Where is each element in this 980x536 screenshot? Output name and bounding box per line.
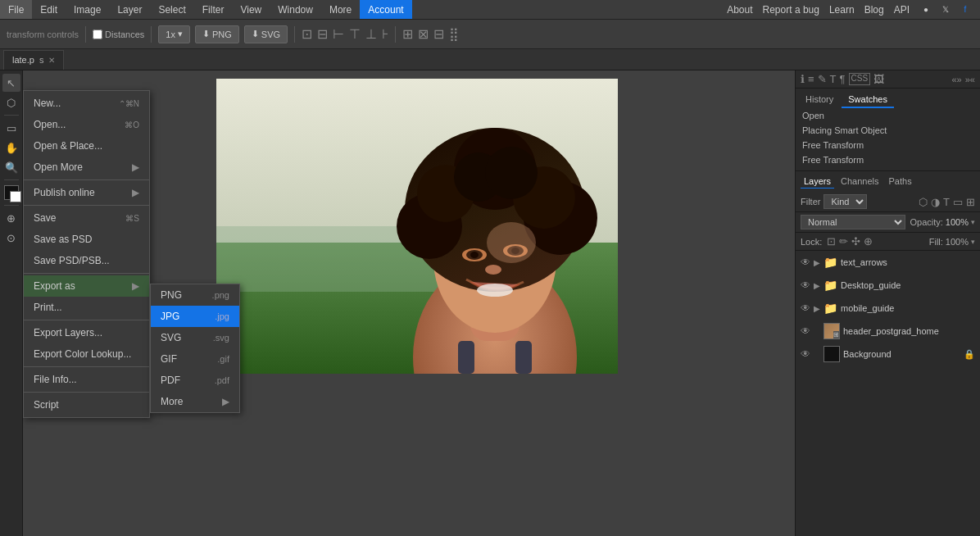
menu-open-more[interactable]: Open More ▶ xyxy=(24,157,149,178)
menu-edit[interactable]: Edit xyxy=(32,0,66,19)
layer-vis-desktop[interactable]: 👁 xyxy=(801,279,810,291)
menu-file[interactable]: File xyxy=(0,0,32,19)
layer-vis-mobile[interactable]: 👁 xyxy=(801,302,810,314)
twitter-icon[interactable]: 𝕏 xyxy=(939,3,952,16)
png-export-btn[interactable]: ⬇ PNG xyxy=(195,25,239,43)
menu-view[interactable]: View xyxy=(232,0,270,19)
lock-move-icon[interactable]: ✣ xyxy=(851,235,860,248)
menu-export-as[interactable]: Export as ▶ xyxy=(24,275,149,297)
channels-tab[interactable]: Channels xyxy=(837,175,882,189)
distribute-v-icon[interactable]: ⊠ xyxy=(418,26,429,42)
layer-vis-text-arrows[interactable]: 👁 xyxy=(801,257,810,268)
menu-save-psd[interactable]: Save as PSD xyxy=(24,229,149,250)
menu-export-layers[interactable]: Export Layers... xyxy=(24,322,149,343)
swatches-tab[interactable]: Swatches xyxy=(842,92,894,108)
menu-open-place[interactable]: Open & Place... xyxy=(24,135,149,157)
layer-expand-bg[interactable]: ▶ xyxy=(814,350,820,359)
arrange-icon[interactable]: ⣿ xyxy=(449,26,459,42)
layer-desktop-guide[interactable]: 👁 ▶ 📁 Desktop_guide xyxy=(796,274,980,297)
menu-layer[interactable]: Layer xyxy=(109,0,150,19)
layer-background[interactable]: 👁 ▶ Background 🔒 xyxy=(796,343,980,366)
history-free-transform-2[interactable]: Free Transform xyxy=(796,152,980,167)
menu-script[interactable]: Script xyxy=(24,394,149,416)
menu-save[interactable]: Save ⌘S xyxy=(24,207,149,229)
export-more[interactable]: More ▶ xyxy=(151,391,239,412)
menu-print[interactable]: Print... xyxy=(24,297,149,318)
distribute-h-icon[interactable]: ⊞ xyxy=(402,26,413,42)
menu-account[interactable]: Account xyxy=(360,0,411,19)
tool-extra-2[interactable]: ⊙ xyxy=(2,229,20,247)
menu-more[interactable]: More xyxy=(321,0,360,19)
export-png[interactable]: PNG .png xyxy=(151,284,239,306)
layer-mobile-guide[interactable]: 👁 ▶ 📁 mobile_guide xyxy=(796,297,980,320)
menu-filter[interactable]: Filter xyxy=(194,0,233,19)
panel-icon-para[interactable]: ¶ xyxy=(840,73,846,85)
menu-new[interactable]: New... ⌃⌘N xyxy=(24,93,149,114)
facebook-icon[interactable]: f xyxy=(959,3,972,16)
about-link[interactable]: About xyxy=(727,4,752,16)
tool-zoom[interactable]: 🔍 xyxy=(2,158,20,176)
panel-icon-css[interactable]: CSS xyxy=(849,73,871,85)
history-free-transform-1[interactable]: Free Transform xyxy=(796,138,980,152)
align-bottom-icon[interactable]: ⊦ xyxy=(382,26,388,42)
panel-icon-info[interactable]: ℹ xyxy=(801,73,805,85)
expand-icon[interactable]: »« xyxy=(965,75,975,84)
filter-pixel-icon[interactable]: ⬡ xyxy=(919,196,928,208)
kind-filter-select[interactable]: Kind xyxy=(823,194,867,209)
menu-window[interactable]: Window xyxy=(270,0,321,19)
tool-select[interactable]: ⬡ xyxy=(2,93,20,111)
layer-vis-bg[interactable]: 👁 xyxy=(801,348,810,360)
align-middle-icon[interactable]: ⊥ xyxy=(365,26,377,42)
menu-file-info[interactable]: File Info... xyxy=(24,369,149,390)
tool-hand[interactable]: ✋ xyxy=(2,139,20,157)
svg-export-btn[interactable]: ⬇ SVG xyxy=(244,25,288,43)
layer-expand-header[interactable]: ▶ xyxy=(814,327,820,336)
tool-extra-1[interactable]: ⊕ xyxy=(2,209,20,227)
tool-move[interactable]: ↖ xyxy=(2,74,20,92)
menu-open[interactable]: Open... ⌘O xyxy=(24,114,149,135)
distances-checkbox[interactable] xyxy=(93,30,102,39)
menu-save-psb[interactable]: Save PSD/PSB... xyxy=(24,250,149,271)
export-gif[interactable]: GIF .gif xyxy=(151,348,239,370)
export-jpg[interactable]: JPG .jpg xyxy=(151,306,239,327)
panel-icon-image[interactable]: 🖼 xyxy=(873,73,884,85)
layers-tab[interactable]: Layers xyxy=(801,175,834,189)
blog-link[interactable]: Blog xyxy=(864,4,884,16)
layer-text-arrows[interactable]: 👁 ▶ 📁 text_arrows xyxy=(796,251,980,274)
layer-expand-desktop[interactable]: ▶ xyxy=(814,281,820,290)
lock-pixels-icon[interactable]: ⊡ xyxy=(827,235,836,248)
report-bug-link[interactable]: Report a bug xyxy=(763,4,819,16)
opacity-triangle[interactable]: ▾ xyxy=(971,218,975,226)
layer-vis-header[interactable]: 👁 xyxy=(801,325,810,337)
reddit-icon[interactable]: ● xyxy=(919,3,932,16)
blend-mode-select[interactable]: Normal Multiply Screen Overlay xyxy=(801,215,905,229)
panel-icon-adjust[interactable]: ≡ xyxy=(808,73,814,85)
history-smart-object[interactable]: Placing Smart Object xyxy=(796,123,980,138)
collapse-icon[interactable]: «» xyxy=(952,75,962,84)
document-tab[interactable]: late.ps ✕ xyxy=(3,50,64,70)
panel-icon-edit[interactable]: ✎ xyxy=(818,73,827,85)
filter-smart-icon[interactable]: ⊞ xyxy=(966,196,975,208)
tool-rectangle[interactable]: ▭ xyxy=(2,119,20,137)
distances-control[interactable]: Distances xyxy=(93,30,144,39)
filter-shape-icon[interactable]: ▭ xyxy=(953,196,963,208)
layer-header-postgrad[interactable]: 👁 ▶ ⊞ header_postgrad_home xyxy=(796,320,980,343)
zoom-selector[interactable]: 1x ▾ xyxy=(158,25,190,43)
menu-select[interactable]: Select xyxy=(150,0,193,19)
history-tab[interactable]: History xyxy=(799,92,840,108)
foreground-color[interactable] xyxy=(4,185,19,200)
filter-type-icon[interactable]: T xyxy=(943,196,950,208)
learn-link[interactable]: Learn xyxy=(829,4,855,16)
align-right-icon[interactable]: ⊢ xyxy=(333,26,344,42)
tab-close-btn[interactable]: ✕ xyxy=(48,56,55,65)
menu-publish-online[interactable]: Publish online ▶ xyxy=(24,182,149,203)
filter-adjust-icon[interactable]: ◑ xyxy=(931,196,940,208)
fill-triangle[interactable]: ▾ xyxy=(971,238,975,246)
align-center-h-icon[interactable]: ⊟ xyxy=(317,26,328,42)
align-left-icon[interactable]: ⊡ xyxy=(302,26,312,42)
layer-expand-mobile[interactable]: ▶ xyxy=(814,304,820,313)
paths-tab[interactable]: Paths xyxy=(886,175,915,189)
menu-image[interactable]: Image xyxy=(66,0,109,19)
distribute-space-icon[interactable]: ⊟ xyxy=(433,26,444,42)
export-pdf[interactable]: PDF .pdf xyxy=(151,370,239,391)
